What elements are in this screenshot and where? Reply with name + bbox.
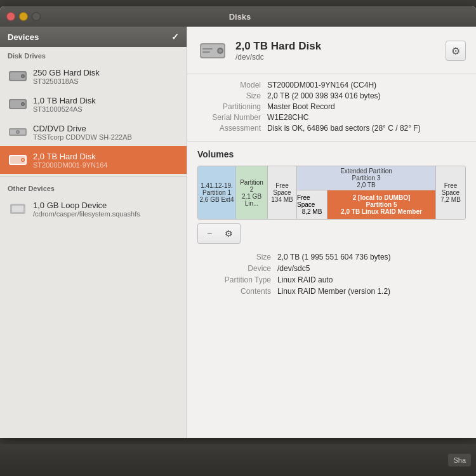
sidebar-item-cdvd[interactable]: CD/DVD Drive TSSTcorp CDDVDW SH-222AB [0, 118, 187, 146]
sidebar-header-label: Devices [8, 32, 39, 42]
maximize-button[interactable] [32, 12, 41, 21]
ext-header-line3: 2,0 TB [300, 182, 433, 188]
freespace-72[interactable]: Free Space 7,2 MB [436, 166, 465, 219]
disk-title: 2,0 TB Hard Disk [235, 40, 438, 53]
svg-point-11 [17, 131, 18, 133]
info-row-partitioning: Partitioning Master Boot Record [197, 102, 466, 111]
svg-point-7 [22, 103, 24, 105]
gear-button[interactable]: ⚙ [446, 41, 466, 61]
fs134-line1: Free Space [269, 182, 295, 196]
volume-details: Size 2,0 TB (1 995 551 604 736 bytes) De… [197, 253, 466, 296]
fs72-line1: Free Space [437, 182, 464, 196]
vol-row-size: Size 2,0 TB (1 995 551 604 736 bytes) [208, 253, 456, 261]
close-button[interactable] [6, 12, 15, 21]
sidebar-check-icon: ✓ [171, 32, 179, 42]
size-value: 2,0 TB (2 000 398 934 016 bytes) [267, 91, 381, 100]
sidebar-item-2tb[interactable]: 2,0 TB Hard Disk ST2000DM001-9YN164 [0, 146, 187, 174]
fs82-line1: Free Space [297, 194, 327, 208]
device-name-cdvd: CD/DVD Drive [33, 124, 132, 133]
p2-line2: 2,1 GB Lin... [237, 193, 266, 207]
serial-label: Serial Number [197, 113, 267, 122]
model-value: ST2000DM001-9YN164 (CC4H) [267, 81, 376, 89]
p5-line2: Partition 5 [366, 201, 397, 208]
p1-line1: 1.41.12-19. [201, 182, 233, 189]
device-name-2tb: 2,0 TB Hard Disk [33, 152, 107, 161]
vol-device-value: /dev/sdc5 [277, 264, 310, 273]
device-name-loop: 1,0 GB Loop Device [33, 201, 140, 210]
partition-2[interactable]: Partition 2 2,1 GB Lin... [236, 166, 268, 219]
model-label: Model [197, 81, 267, 89]
p5-line3: 2,0 TB Linux RAID Member [341, 208, 422, 215]
volume-toolbar: − ⚙ [197, 223, 241, 244]
svg-point-15 [22, 159, 24, 161]
info-row-assessment: Assessment Disk is OK, 64896 bad sectors… [197, 124, 466, 133]
vol-size-value: 2,0 TB (1 995 551 604 736 bytes) [277, 253, 391, 261]
volumes-section: Volumes 1.41.12-19. Partition 1 2,6 GB E… [187, 142, 476, 306]
freespace-134[interactable]: Free Space 134 MB [268, 166, 297, 219]
p1-line2: Partition 1 [202, 189, 231, 196]
hdd-icon-2tb [8, 150, 28, 170]
assessment-label: Assessment [197, 124, 267, 133]
disk-header: 2,0 TB Hard Disk /dev/sdc ⚙ [187, 27, 476, 74]
p5-line1: 2 [local to DUMBO] [353, 194, 411, 201]
sidebar-item-250gb[interactable]: 250 GB Hard Disk ST3250318AS [0, 62, 187, 90]
volumes-label: Volumes [197, 149, 466, 159]
main-layout: Devices ✓ Disk Drives 250 GB Hard Disk S… [0, 27, 476, 438]
disk-icon-large [197, 36, 228, 66]
svg-rect-23 [202, 51, 210, 53]
device-info-2tb: 2,0 TB Hard Disk ST2000DM001-9YN164 [33, 152, 107, 169]
extended-header: Extended Partition Partition 3 2,0 TB [297, 166, 435, 190]
fs72-line2: 7,2 MB [440, 196, 461, 203]
extended-inner: Free Space 8,2 MB 2 [local to DUMBO] Par… [297, 190, 435, 219]
titlebar: Disks [0, 6, 476, 27]
device-info-loop: 1,0 GB Loop Device /cdrom/casper/filesys… [33, 201, 140, 218]
hdd-icon-1tb [8, 94, 28, 114]
vol-row-partition-type: Partition Type Linux RAID auto [208, 275, 456, 284]
device-sub-250gb: ST3250318AS [33, 77, 100, 85]
freespace-82[interactable]: Free Space 8,2 MB [297, 190, 327, 219]
device-sub-cdvd: TSSTcorp CDDVDW SH-222AB [33, 133, 132, 141]
sidebar-header: Devices ✓ [0, 27, 187, 47]
ext-header-line1: Extended Partition [300, 168, 433, 175]
taskbar-right: Sha [448, 444, 476, 476]
svg-rect-17 [12, 206, 23, 212]
hdd-icon-250gb [8, 66, 28, 86]
ext-header-line2: Partition 3 [300, 175, 433, 182]
partitioning-label: Partitioning [197, 102, 267, 111]
vol-row-contents: Contents Linux RAID Member (version 1.2) [208, 287, 456, 296]
fs82-line2: 8,2 MB [302, 208, 322, 215]
partition-settings-button[interactable]: ⚙ [221, 226, 236, 241]
partition-extended[interactable]: Extended Partition Partition 3 2,0 TB Fr… [297, 166, 436, 219]
window-controls [6, 12, 41, 21]
partition-5[interactable]: 2 [local to DUMBO] Partition 5 2,0 TB Li… [327, 190, 435, 219]
taskbar: Sha [0, 444, 476, 476]
p2-line1: Partition 2 [237, 179, 266, 193]
device-sub-2tb: ST2000DM001-9YN164 [33, 161, 107, 169]
remove-partition-button[interactable]: − [202, 226, 217, 241]
device-sub-loop: /cdrom/casper/filesystem.squashfs [33, 210, 140, 218]
fs134-line2: 134 MB [271, 196, 293, 203]
partition-diagram: 1.41.12-19. Partition 1 2,6 GB Ext4 Part… [197, 166, 466, 220]
sidebar-item-1tb[interactable]: 1,0 TB Hard Disk ST31000524AS [0, 90, 187, 118]
right-panel: 2,0 TB Hard Disk /dev/sdc ⚙ Model ST2000… [187, 27, 476, 438]
main-window: Disks Devices ✓ Disk Drives 250 GB Hard … [0, 6, 476, 438]
device-info-1tb: 1,0 TB Hard Disk ST31000524AS [33, 96, 96, 113]
device-name-1tb: 1,0 TB Hard Disk [33, 96, 96, 105]
section-label-other: Other Devices [0, 180, 187, 195]
info-row-model: Model ST2000DM001-9YN164 (CC4H) [197, 81, 466, 89]
cdvd-icon [8, 122, 28, 142]
partitioning-value: Master Boot Record [267, 102, 335, 111]
svg-point-21 [219, 50, 222, 53]
disk-info-table: Model ST2000DM001-9YN164 (CC4H) Size 2,0… [187, 74, 476, 142]
svg-rect-22 [202, 48, 213, 50]
partition-1[interactable]: 1.41.12-19. Partition 1 2,6 GB Ext4 [198, 166, 236, 219]
sha-button[interactable]: Sha [448, 454, 471, 466]
sidebar-item-loop[interactable]: 1,0 GB Loop Device /cdrom/casper/filesys… [0, 195, 187, 223]
minimize-button[interactable] [19, 12, 28, 21]
section-label-disk-drives: Disk Drives [0, 47, 187, 62]
window-title: Disks [48, 12, 432, 22]
loop-icon [8, 199, 28, 219]
vol-partition-type-label: Partition Type [208, 275, 277, 284]
vol-partition-type-value: Linux RAID auto [277, 275, 333, 284]
svg-point-3 [22, 76, 24, 77]
